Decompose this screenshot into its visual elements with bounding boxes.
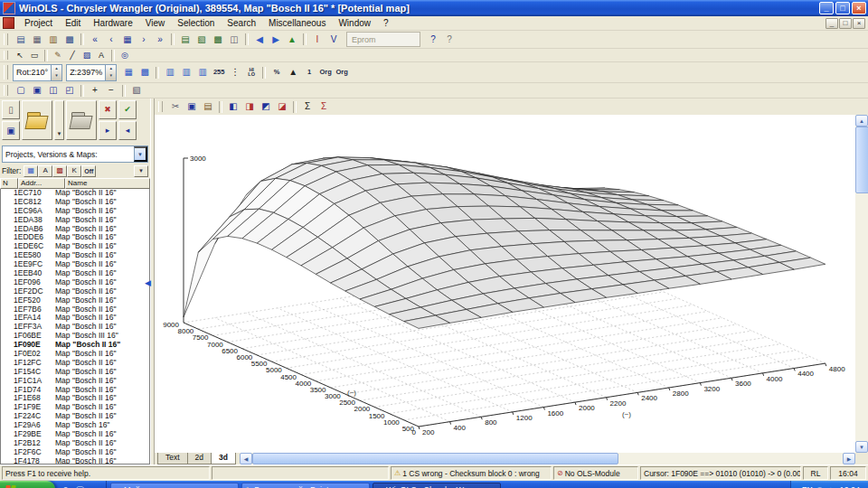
map-list-row[interactable]: 1EF520Map "Bosch II 16" [1,296,149,305]
tab-3d[interactable]: 3d [211,453,236,465]
menu-help[interactable]: ? [377,16,395,30]
media-player-icon[interactable]: ▸ [89,483,101,488]
map-list-row[interactable]: 1F1C1AMap "Bosch II 16" [1,377,149,386]
window-new-icon[interactable]: ▢ [13,83,29,98]
maximize-button[interactable]: □ [835,2,850,14]
map-list-row[interactable]: 1EDE6CMap "Bosch II 16" [1,242,149,251]
map-list-row[interactable]: 1F1E68Map "Bosch II 16" [1,394,149,403]
taskbar-task[interactable]: ▦WinOLS - Chrysler Wr... [373,483,501,488]
internet-explorer-icon[interactable]: e [60,483,72,488]
child-minimize-button[interactable]: _ [826,18,838,29]
map-list-row[interactable]: 1EF096Map "Bosch II 16" [1,278,149,287]
close-project-icon[interactable]: ✖ [99,100,117,119]
filter-maps-icon[interactable]: ▩ [52,165,67,177]
map-list-row[interactable]: 1F4178Map "Bosch II 16" [1,457,149,465]
open-project-button[interactable] [22,100,52,140]
grid-2d-icon[interactable]: ▦ [120,65,137,80]
map-3d-view[interactable]: 2004008001200160020002200240028003200360… [155,115,857,453]
map-list-row[interactable]: 1F06BEMap "Bosch III 16" [1,332,149,341]
window-tile-v-icon[interactable]: ◰ [61,83,78,98]
filter-k-icon[interactable]: K [67,165,81,177]
column-header-name[interactable]: Name [65,178,150,189]
toolbar-gripper[interactable] [4,65,8,80]
spin-down-icon[interactable]: ▾ [106,72,116,80]
column-header-addr[interactable]: Addr... [18,178,65,189]
text-view-icon[interactable]: ▤ [177,33,193,47]
menu-search[interactable]: Search [221,16,262,30]
delete-row-icon[interactable]: ◪ [274,99,290,114]
menu-project[interactable]: Project [18,16,59,30]
insert-row-icon[interactable]: ◩ [258,99,274,114]
window-tile-h-icon[interactable]: ◫ [45,83,61,98]
show-desktop-icon[interactable]: ▢ [74,483,87,488]
horizontal-scroll-track[interactable] [252,453,843,465]
columns-icon[interactable]: ⋮ [227,65,243,80]
map-list-row[interactable]: 1EC710Map "Bosch II 16" [1,189,149,198]
factor-1-button[interactable]: 1 [301,65,317,80]
view-3d-icon[interactable]: ▩ [210,33,226,47]
spinner-arrows[interactable]: ▴ ▾ [51,65,61,80]
map-list-row[interactable]: 1F2B12Map "Bosch II 16" [1,439,149,448]
forward-icon[interactable]: ▶ [268,33,284,47]
map-list-row[interactable]: 1F224CMap "Bosch II 16" [1,412,149,421]
start-button[interactable]: пуск [0,481,55,488]
projects-combo[interactable]: Projects, Versions & Maps: ▼ [2,145,148,163]
minimize-button[interactable]: _ [819,2,834,14]
first-map-icon[interactable]: « [87,33,103,47]
filter-hex-icon[interactable]: ▦ [24,165,38,177]
toolbar-gripper[interactable] [158,101,163,113]
copy-icon[interactable]: ▣ [184,99,200,114]
map-list-row[interactable]: 1EC812Map "Bosch II 16" [1,198,149,207]
save-icon[interactable]: ▣ [2,121,20,140]
combo-dropdown-button[interactable]: ▼ [134,146,147,162]
import-icon[interactable]: ▸ [99,121,117,140]
menu-hardware[interactable]: Hardware [87,16,138,30]
map-list-row[interactable]: 1F2F6CMap "Bosch II 16" [1,448,149,457]
marker-i-icon[interactable]: I [309,33,326,47]
context-help-icon[interactable]: ? [441,33,458,47]
view-2d-icon[interactable]: ▧ [193,33,210,47]
width-32-icon[interactable]: ▥ [194,65,211,80]
taskbar-task[interactable]: ▣Мой компьютер [110,483,239,488]
taskbar-task[interactable]: ✎Безымянный - Paint [241,483,370,488]
open-project-dropdown[interactable]: ▼ [54,100,64,140]
apply-icon[interactable]: ✔ [118,100,137,119]
child-restore-button[interactable]: □ [839,18,852,29]
map-list-row[interactable]: 1EE580Map "Bosch II 16" [1,251,149,260]
insert-column-icon[interactable]: ◧ [225,99,241,114]
map-list-row[interactable]: 1EFA14Map "Bosch II 16" [1,314,149,323]
map-list-row[interactable]: 1EDDE6Map "Bosch II 16" [1,233,149,242]
filter-text-icon[interactable]: A [38,165,52,177]
map-list-row[interactable]: 1F1F9EMap "Bosch II 16" [1,403,149,412]
status-tray-icon[interactable]: ◉ [814,483,825,488]
next-map-icon[interactable]: › [136,33,152,47]
map-list-row[interactable]: 1EDA38Map "Bosch II 16" [1,216,149,225]
list-position-marker[interactable]: ◀ [145,279,151,287]
menu-view[interactable]: View [139,16,172,30]
text-icon[interactable]: A [94,50,108,61]
marker-v-icon[interactable]: V [326,33,342,47]
width-8-icon[interactable]: ▥ [162,65,178,80]
map-list-row[interactable]: 1F29BEMap "Bosch II 16" [1,430,149,439]
last-map-icon[interactable]: » [152,33,168,47]
options-icon[interactable]: ▧ [128,83,145,98]
tab-text[interactable]: Text [157,453,188,465]
scroll-right-button[interactable]: ▶ [843,453,855,465]
filter-dropdown-button[interactable]: ▼ [134,165,148,177]
pointer-icon[interactable]: ↖ [13,50,27,61]
filter-off-button[interactable]: Off [81,165,96,177]
language-indicator[interactable]: RU [800,483,815,488]
scroll-left-button[interactable]: ◀ [240,453,252,465]
window-cascade-icon[interactable]: ▣ [29,83,45,98]
map-list-row[interactable]: 1F0E02Map "Bosch II 16" [1,350,149,359]
map-list-row[interactable]: 1F29A6Map "Bosch 16" [1,421,149,430]
map-list-row[interactable]: 1EF7B6Map "Bosch II 16" [1,305,149,314]
zoom-out-icon[interactable]: − [103,83,119,98]
print-icon[interactable]: ▦ [29,33,45,47]
map-list-row[interactable]: 1F12FCMap "Bosch II 16" [1,359,149,368]
zoom-in-icon[interactable]: + [87,83,103,98]
map-list-row[interactable]: 1EE9FCMap "Bosch II 16" [1,260,149,269]
spin-up-icon[interactable]: ▴ [106,65,116,73]
map-list-row[interactable]: 1EDAB6Map "Bosch II 16" [1,225,149,234]
close-button[interactable]: × [852,2,866,14]
